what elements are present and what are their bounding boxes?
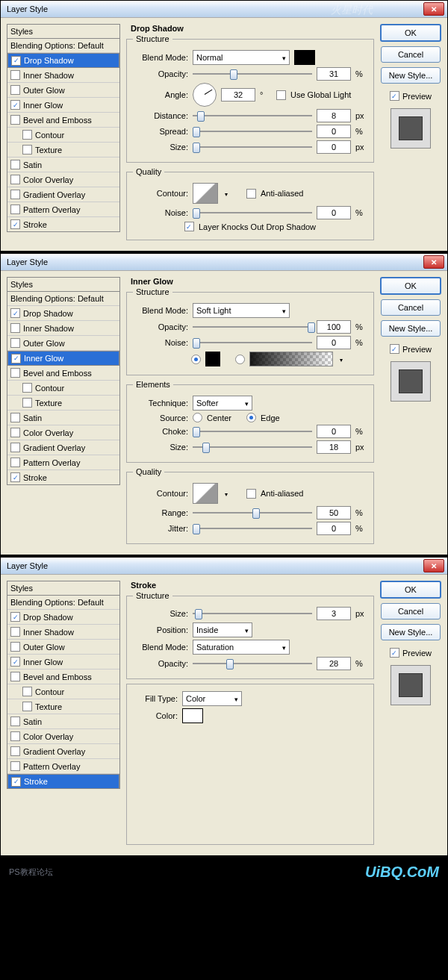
checkbox[interactable] xyxy=(10,175,20,184)
checkbox[interactable] xyxy=(10,338,20,348)
blending-options[interactable]: Blending Options: Default xyxy=(7,292,119,306)
contour-picker[interactable] xyxy=(193,483,218,504)
technique-select[interactable]: Softer xyxy=(193,396,252,411)
sidebar-item-texture[interactable]: Texture xyxy=(7,143,119,157)
checkbox[interactable] xyxy=(10,115,20,125)
preview-checkbox[interactable] xyxy=(390,344,399,354)
opacity-input[interactable]: 28 xyxy=(317,657,351,670)
sidebar-item-stroke[interactable]: Stroke xyxy=(7,470,119,484)
ok-button[interactable]: OK xyxy=(380,24,441,42)
checkbox[interactable] xyxy=(11,777,21,787)
noise-input[interactable]: 0 xyxy=(317,336,351,349)
sidebar-item-stroke[interactable]: Stroke xyxy=(7,217,119,231)
ok-button[interactable]: OK xyxy=(380,581,441,599)
opacity-input[interactable]: 31 xyxy=(317,67,351,81)
checkbox[interactable] xyxy=(10,160,20,169)
sidebar-item-innershadow[interactable]: Inner Shadow xyxy=(7,625,119,640)
choke-slider[interactable] xyxy=(193,426,312,437)
sidebar-item-gradientoverlay[interactable]: Gradient Overlay xyxy=(7,440,119,455)
sidebar-item-outerglow[interactable]: Outer Glow xyxy=(7,336,119,351)
sidebar-item-coloroverlay[interactable]: Color Overlay xyxy=(7,425,119,440)
blending-options[interactable]: Blending Options: Default xyxy=(7,596,119,610)
filltype-select[interactable]: Color xyxy=(182,691,242,706)
titlebar[interactable]: Layer Style ✕ xyxy=(1,1,447,18)
source-edge-radio[interactable] xyxy=(246,413,256,422)
sidebar-item-gradientoverlay[interactable]: Gradient Overlay xyxy=(7,187,119,202)
spread-input[interactable]: 0 xyxy=(317,125,351,138)
newstyle-button[interactable]: New Style... xyxy=(381,320,441,337)
checkbox[interactable] xyxy=(10,731,20,741)
contour-picker[interactable] xyxy=(193,183,218,204)
sidebar-item-patternoverlay[interactable]: Pattern Overlay xyxy=(7,455,119,470)
sidebar-item-coloroverlay[interactable]: Color Overlay xyxy=(7,729,119,744)
checkbox[interactable] xyxy=(10,761,20,771)
checkbox[interactable] xyxy=(10,323,20,333)
checkbox[interactable] xyxy=(10,190,20,199)
glow-gradient-picker[interactable] xyxy=(249,352,333,366)
noise-input[interactable]: 0 xyxy=(317,206,351,219)
close-icon[interactable]: ✕ xyxy=(423,559,444,572)
opacity-slider[interactable] xyxy=(193,69,312,79)
sidebar-item-bevel[interactable]: Bevel and Emboss xyxy=(7,366,119,381)
checkbox[interactable] xyxy=(22,702,32,711)
checkbox[interactable] xyxy=(10,85,20,95)
sidebar-item-texture[interactable]: Texture xyxy=(7,396,119,411)
sidebar-item-outerglow[interactable]: Outer Glow xyxy=(7,640,119,655)
checkbox[interactable] xyxy=(22,383,32,393)
sidebar-item-dropshadow[interactable]: Drop Shadow xyxy=(7,53,119,68)
size-input[interactable]: 18 xyxy=(317,440,351,454)
source-center-radio[interactable] xyxy=(193,413,202,422)
checkbox[interactable] xyxy=(10,612,20,622)
glow-color-radio[interactable] xyxy=(191,355,201,364)
cancel-button[interactable]: Cancel xyxy=(381,603,441,619)
sidebar-item-stroke[interactable]: Stroke xyxy=(7,774,119,788)
opacity-input[interactable]: 100 xyxy=(317,320,351,334)
sidebar-item-innershadow[interactable]: Inner Shadow xyxy=(7,321,119,336)
position-select[interactable]: Inside xyxy=(193,622,252,637)
size-slider[interactable] xyxy=(193,142,312,152)
close-icon[interactable]: ✕ xyxy=(423,2,444,16)
sidebar-item-satin[interactable]: Satin xyxy=(7,411,119,425)
blending-options[interactable]: Blending Options: Default xyxy=(7,39,119,53)
glow-gradient-radio[interactable] xyxy=(235,355,245,364)
checkbox[interactable] xyxy=(10,642,20,652)
sidebar-item-innershadow[interactable]: Inner Shadow xyxy=(7,68,119,83)
checkbox[interactable] xyxy=(10,458,20,467)
preview-checkbox[interactable] xyxy=(390,91,399,101)
newstyle-button[interactable]: New Style... xyxy=(381,624,441,640)
stroke-color-swatch[interactable] xyxy=(182,708,203,723)
checkbox[interactable] xyxy=(10,627,20,637)
checkbox[interactable] xyxy=(22,398,32,408)
spread-slider[interactable] xyxy=(193,126,312,137)
choke-input[interactable]: 0 xyxy=(317,425,351,438)
sidebar-item-contour[interactable]: Contour xyxy=(7,128,119,143)
checkbox[interactable] xyxy=(22,130,32,140)
sidebar-item-bevel[interactable]: Bevel and Emboss xyxy=(7,670,119,684)
opacity-slider[interactable] xyxy=(193,322,312,332)
angle-dial[interactable] xyxy=(193,83,217,107)
preview-checkbox[interactable] xyxy=(390,648,399,658)
checkbox[interactable] xyxy=(22,145,32,155)
sidebar-item-coloroverlay[interactable]: Color Overlay xyxy=(7,172,119,187)
sidebar-item-patternoverlay[interactable]: Pattern Overlay xyxy=(7,202,119,217)
jitter-slider[interactable] xyxy=(193,523,312,534)
newstyle-button[interactable]: New Style... xyxy=(381,67,441,84)
sidebar-item-patternoverlay[interactable]: Pattern Overlay xyxy=(7,759,119,774)
sidebar-item-innerglow[interactable]: Inner Glow xyxy=(7,655,119,670)
ok-button[interactable]: OK xyxy=(380,277,441,295)
checkbox[interactable] xyxy=(10,428,20,437)
checkbox[interactable] xyxy=(11,354,21,363)
distance-slider[interactable] xyxy=(193,110,312,121)
checkbox[interactable] xyxy=(10,672,20,681)
glow-color-swatch[interactable] xyxy=(205,352,220,366)
range-slider[interactable] xyxy=(193,508,312,518)
sidebar-item-satin[interactable]: Satin xyxy=(7,714,119,729)
opacity-slider[interactable] xyxy=(193,658,312,669)
angle-input[interactable]: 32 xyxy=(221,88,255,102)
antialias-checkbox[interactable] xyxy=(246,489,256,499)
checkbox[interactable] xyxy=(10,219,20,229)
sidebar-item-contour[interactable]: Contour xyxy=(7,684,119,699)
checkbox[interactable] xyxy=(10,368,20,378)
cancel-button[interactable]: Cancel xyxy=(381,299,441,316)
checkbox[interactable] xyxy=(10,308,20,318)
